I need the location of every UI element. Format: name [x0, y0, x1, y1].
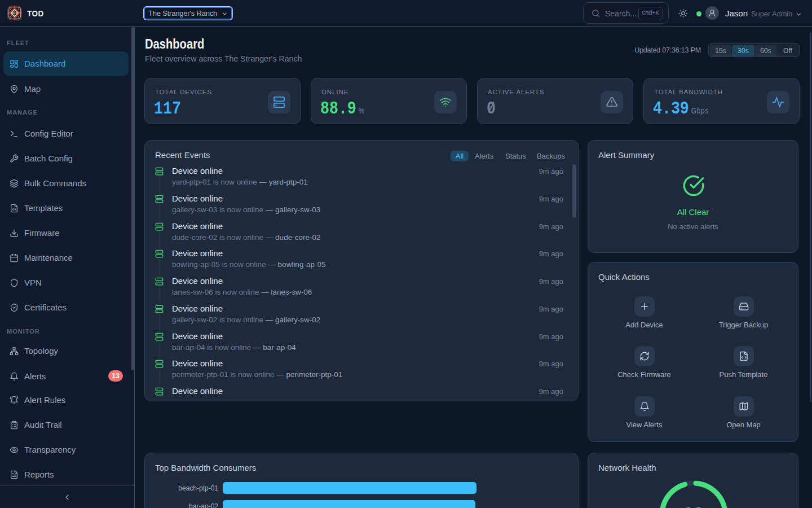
svg-text:98: 98	[683, 505, 704, 508]
